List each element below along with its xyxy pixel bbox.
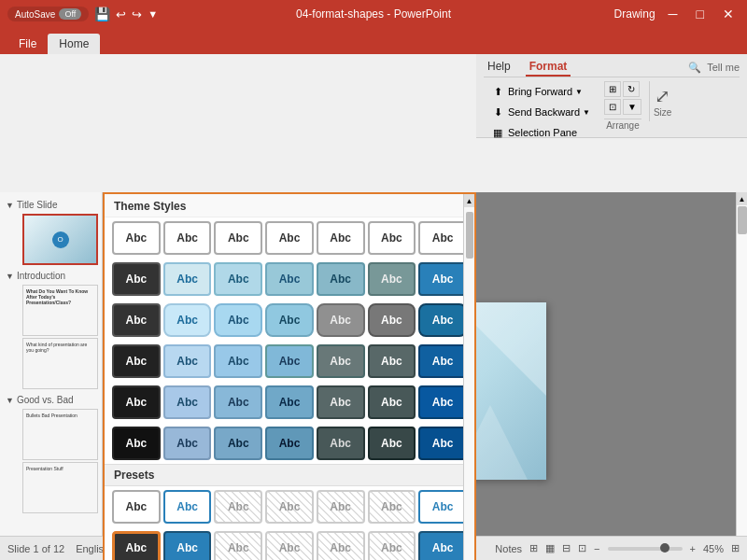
selection-pane-button[interactable]: ▦ Selection Pane	[484, 122, 597, 143]
align-icon[interactable]: ⊞	[604, 81, 621, 97]
scroll-up-button[interactable]: ▲	[464, 194, 474, 207]
zoom-minus-button[interactable]: −	[594, 543, 599, 554]
canvas-scroll-thumb[interactable]	[738, 206, 747, 234]
style-r6-1[interactable]: Abc	[112, 427, 161, 460]
tell-me-label[interactable]: Tell me	[707, 62, 740, 73]
preset-sel-3[interactable]: Abc	[214, 531, 262, 560]
tab-file[interactable]: File	[7, 34, 48, 54]
preset-sel-4[interactable]: Abc	[265, 531, 314, 560]
style-dark-3[interactable]: Abc	[214, 262, 262, 296]
preset-6[interactable]: Abc	[368, 490, 416, 524]
style-r3-3[interactable]: Abc	[214, 303, 262, 337]
style-r5-4[interactable]: Abc	[265, 385, 314, 419]
slide-4-thumbnail[interactable]: Bullets Bad Presentation	[22, 409, 98, 460]
preset-3[interactable]: Abc	[214, 490, 262, 524]
style-r6-4[interactable]: Abc	[265, 427, 314, 460]
style-r3-4[interactable]: Abc	[265, 303, 314, 337]
zoom-plus-button[interactable]: +	[690, 543, 696, 554]
style-white-4[interactable]: Abc	[265, 221, 314, 255]
style-r6-5[interactable]: Abc	[317, 427, 365, 460]
autosave-state[interactable]: Off	[59, 8, 81, 20]
slide-3-thumbnail[interactable]: What kind of presentation are you going?	[22, 338, 98, 389]
rotate-icon[interactable]: ↻	[623, 81, 640, 97]
autosave-toggle[interactable]: AutoSave Off	[7, 7, 89, 21]
view-slideshow-icon[interactable]: ⊡	[578, 542, 586, 554]
close-button[interactable]: ✕	[717, 5, 740, 23]
bring-forward-chevron[interactable]: ▼	[575, 88, 583, 96]
style-r3-6[interactable]: Abc	[368, 303, 416, 337]
style-r4-1[interactable]: Abc	[112, 344, 161, 378]
style-r4-4[interactable]: Abc	[265, 344, 314, 378]
send-backward-chevron[interactable]: ▼	[583, 108, 590, 117]
style-dark-7[interactable]: Abc	[418, 262, 467, 296]
tab-format[interactable]: Format	[526, 58, 571, 77]
style-r4-7[interactable]: Abc	[418, 344, 467, 378]
fit-slide-button[interactable]: ⊞	[731, 542, 740, 554]
style-white-3[interactable]: Abc	[214, 221, 262, 255]
preset-4[interactable]: Abc	[265, 490, 314, 524]
style-r5-1[interactable]: Abc	[112, 385, 161, 419]
style-white-2[interactable]: Abc	[163, 221, 212, 255]
tab-home[interactable]: Home	[48, 34, 100, 54]
style-r6-2[interactable]: Abc	[163, 427, 212, 460]
preset-sel-6[interactable]: Abc	[368, 531, 416, 560]
style-dark-6[interactable]: Abc	[368, 262, 416, 296]
style-r4-2[interactable]: Abc	[163, 344, 212, 378]
view-normal-icon[interactable]: ⊞	[529, 542, 538, 554]
style-r5-6[interactable]: Abc	[368, 385, 416, 419]
goodbad-collapse-icon[interactable]: ▼	[6, 396, 14, 405]
style-r4-6[interactable]: Abc	[368, 344, 416, 378]
canvas-scroll-up[interactable]: ▲	[737, 192, 748, 205]
group-icon[interactable]: ⊡	[604, 99, 621, 115]
style-r3-7[interactable]: Abc	[418, 303, 467, 337]
preset-2[interactable]: Abc	[163, 490, 212, 524]
style-r5-5[interactable]: Abc	[317, 385, 365, 419]
style-r6-3[interactable]: Abc	[214, 427, 262, 460]
preset-sel-7[interactable]: Abc	[418, 531, 467, 560]
style-r3-1[interactable]: Abc	[112, 303, 161, 337]
minimize-button[interactable]: ─	[663, 5, 684, 23]
tab-help[interactable]: Help	[484, 58, 514, 77]
style-dark-4[interactable]: Abc	[265, 262, 314, 296]
preset-sel-1[interactable]: Abc	[112, 531, 161, 560]
style-r5-3[interactable]: Abc	[214, 385, 262, 419]
redo-icon[interactable]: ↪	[132, 7, 142, 21]
style-r3-5[interactable]: Abc	[317, 303, 365, 337]
intro-collapse-icon[interactable]: ▼	[6, 272, 14, 281]
maximize-button[interactable]: □	[691, 5, 710, 23]
bring-forward-button[interactable]: ⬆ Bring Forward ▼	[484, 81, 597, 102]
style-r4-5[interactable]: Abc	[317, 344, 365, 378]
preset-5[interactable]: Abc	[317, 490, 365, 524]
view-reading-icon[interactable]: ⊟	[562, 542, 571, 554]
preset-sel-5[interactable]: Abc	[317, 531, 365, 560]
slide-2-thumbnail[interactable]: What Do You Want To Know After Today's P…	[22, 285, 98, 336]
preset-sel-2[interactable]: Abc	[163, 531, 212, 560]
style-dark-1[interactable]: Abc	[112, 262, 161, 296]
view-slide-icon[interactable]: ▦	[545, 542, 555, 554]
style-r3-2[interactable]: Abc	[163, 303, 212, 337]
style-r5-7[interactable]: Abc	[418, 385, 467, 419]
zoom-thumb[interactable]	[660, 543, 669, 553]
style-white-5[interactable]: Abc	[317, 221, 365, 255]
notes-button[interactable]: Notes	[495, 543, 522, 554]
preset-7[interactable]: Abc	[418, 490, 467, 524]
style-r6-6[interactable]: Abc	[368, 427, 416, 460]
style-r6-7[interactable]: Abc	[418, 427, 467, 460]
style-dark-5[interactable]: Abc	[317, 262, 365, 296]
slide-1-thumbnail[interactable]: O	[22, 214, 98, 265]
group-chevron[interactable]: ▼	[623, 99, 641, 115]
preset-1[interactable]: Abc	[112, 490, 161, 524]
customize-icon[interactable]: ▼	[148, 8, 158, 20]
style-white-1[interactable]: Abc	[112, 221, 161, 255]
save-icon[interactable]: 💾	[94, 7, 110, 21]
scroll-thumb[interactable]	[466, 212, 473, 259]
collapse-icon[interactable]: ▼	[6, 201, 14, 210]
style-r4-3[interactable]: Abc	[214, 344, 262, 378]
zoom-level[interactable]: 45%	[703, 543, 724, 554]
send-backward-button[interactable]: ⬇ Send Backward ▼	[484, 102, 597, 122]
style-r5-2[interactable]: Abc	[163, 385, 212, 419]
style-dark-2[interactable]: Abc	[163, 262, 212, 296]
zoom-slider[interactable]	[608, 547, 683, 551]
style-white-6[interactable]: Abc	[368, 221, 416, 255]
slide-5-thumbnail[interactable]: Presentation Stuff	[22, 462, 98, 513]
